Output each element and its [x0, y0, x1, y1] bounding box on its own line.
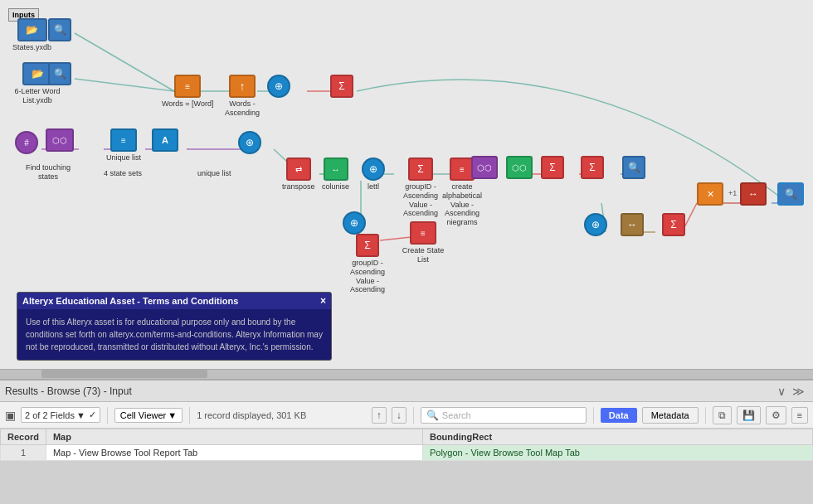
- node-filter[interactable]: ≡ Words = [Word]: [162, 75, 213, 109]
- fields-selector-check: ✓: [89, 410, 96, 420]
- search-placeholder: Search: [442, 410, 471, 420]
- node-id[interactable]: #: [15, 131, 38, 154]
- results-collapse-button[interactable]: ∨: [774, 385, 789, 398]
- terms-dialog-body: Use of this Alteryx asset is for educati…: [17, 309, 331, 360]
- toolbar-separator-4: [593, 407, 594, 424]
- results-toolbar: ▣ 2 of 2 Fields ▼ ✓ Cell Viewer ▼ 1 reco…: [0, 402, 813, 429]
- toolbar-separator-5: [705, 407, 706, 424]
- node-formula[interactable]: A: [152, 128, 178, 152]
- node-cross-tab[interactable]: ✕: [697, 182, 723, 206]
- workflow-canvas: Inputs 📂 States.yxdb 🔍 📂 6-Letter Word L…: [0, 0, 813, 369]
- results-panel: Results - Browse (73) - Input ∨ ≫ ▣ 2 of…: [0, 379, 813, 461]
- node-dot1[interactable]: ⊕: [238, 131, 261, 154]
- node-spatial2[interactable]: ⬡⬡: [471, 156, 498, 179]
- node-columnize[interactable]: ↔ colunise: [322, 158, 349, 191]
- node-spatial[interactable]: ⬡⬡: [46, 128, 74, 152]
- fields-selector[interactable]: 2 of 2 Fields ▼ ✓: [21, 407, 100, 423]
- cell-record-1: 1: [1, 445, 46, 461]
- record-info: 1 record displayed, 301 KB: [197, 410, 367, 420]
- cell-viewer-chevron: ▼: [168, 410, 177, 420]
- col-map: Map: [46, 429, 422, 445]
- node-browse2[interactable]: 🔍: [777, 182, 804, 206]
- scrollbar-thumb[interactable]: [41, 370, 207, 378]
- fields-selector-chevron: ▼: [76, 410, 85, 420]
- overflow-button[interactable]: ≡: [791, 407, 808, 424]
- node-groupid-sort2[interactable]: Σ groupID - Ascending Value - Ascending: [343, 234, 392, 294]
- node-find-touching: Find touching states: [23, 162, 73, 182]
- node-join1[interactable]: ⊕: [267, 75, 290, 98]
- node-sum3[interactable]: Σ: [581, 156, 604, 179]
- data-table: Record Map BoundingRect 1 Map - View Bro…: [0, 429, 813, 461]
- cell-boundingrect-1: Polygon - View Browse Tool Map Tab: [422, 445, 812, 461]
- toolbar-separator-1: [107, 407, 108, 424]
- node-transpose[interactable]: ⇄ transpose: [282, 158, 315, 191]
- col-record: Record: [1, 429, 46, 445]
- terms-dialog-title: Alteryx Educational Asset - Terms and Co…: [22, 296, 238, 306]
- cell-viewer-label: Cell Viewer: [120, 410, 166, 420]
- svg-line-1: [75, 79, 174, 91]
- node-sort1[interactable]: ↑ Words - Ascending: [217, 75, 267, 118]
- more-options-button[interactable]: ⚙: [766, 406, 786, 424]
- node-dot3[interactable]: ⊕: [343, 211, 366, 235]
- terms-dialog-header: Alteryx Educational Asset - Terms and Co…: [17, 293, 331, 309]
- node-dot4[interactable]: ⊕: [584, 213, 607, 236]
- col-boundingrect: BoundingRect: [422, 429, 812, 445]
- terms-dialog-close-button[interactable]: ×: [320, 295, 326, 307]
- search-box[interactable]: 🔍 Search: [421, 407, 587, 424]
- node-browse1[interactable]: 🔍: [622, 156, 645, 179]
- node-label-1: +1: [728, 189, 737, 197]
- node-unique-list1[interactable]: ≡ Unique list: [106, 128, 141, 162]
- nav-up-button[interactable]: ↑: [372, 407, 387, 424]
- toolbar-separator-3: [413, 407, 414, 424]
- node-cluster2[interactable]: ⬡⬡: [506, 156, 533, 179]
- terms-dialog: Alteryx Educational Asset - Terms and Co…: [17, 292, 332, 361]
- save-button[interactable]: 💾: [737, 406, 761, 424]
- table-row: 1 Map - View Browse Tool Report Tab Poly…: [1, 445, 813, 461]
- sidebar-toggle-icon[interactable]: ▣: [5, 409, 16, 422]
- cell-viewer-button[interactable]: Cell Viewer ▼: [114, 408, 183, 423]
- node-unique-list2-label: unique list: [197, 167, 231, 178]
- node-sum2[interactable]: Σ: [541, 156, 564, 179]
- search-icon: 🔍: [426, 410, 439, 421]
- metadata-view-button[interactable]: Metadata: [642, 407, 699, 424]
- node-create-state[interactable]: ≡ Create State List: [398, 221, 448, 264]
- data-table-container: Record Map BoundingRect 1 Map - View Bro…: [0, 429, 813, 461]
- cell-map-1: Map - View Browse Tool Report Tab: [46, 445, 422, 461]
- canvas-scrollbar[interactable]: [0, 369, 813, 379]
- node-sum1[interactable]: Σ: [330, 75, 353, 98]
- copy-button[interactable]: ⧉: [713, 406, 732, 424]
- data-view-button[interactable]: Data: [601, 408, 637, 423]
- svg-line-0: [75, 33, 174, 91]
- toolbar-separator-2: [189, 407, 190, 424]
- node-lettl[interactable]: ⊕ lettl: [362, 158, 385, 191]
- node-join2[interactable]: ↔: [621, 213, 644, 236]
- results-expand-button[interactable]: ≫: [789, 385, 808, 398]
- node-search1[interactable]: 🔍: [48, 18, 71, 41]
- node-sum4[interactable]: Σ: [662, 213, 685, 236]
- node-states-yxdb[interactable]: 📂 States.yxdb: [12, 18, 51, 52]
- node-find-replace[interactable]: ↔: [740, 182, 767, 206]
- fields-selector-label: 2 of 2 Fields: [25, 410, 75, 420]
- results-header: Results - Browse (73) - Input ∨ ≫: [0, 380, 813, 402]
- results-title: Results - Browse (73) - Input: [5, 385, 774, 397]
- node-4state: 4 state sets: [104, 167, 142, 178]
- node-search2[interactable]: 🔍: [48, 62, 71, 85]
- nav-down-button[interactable]: ↓: [392, 407, 406, 424]
